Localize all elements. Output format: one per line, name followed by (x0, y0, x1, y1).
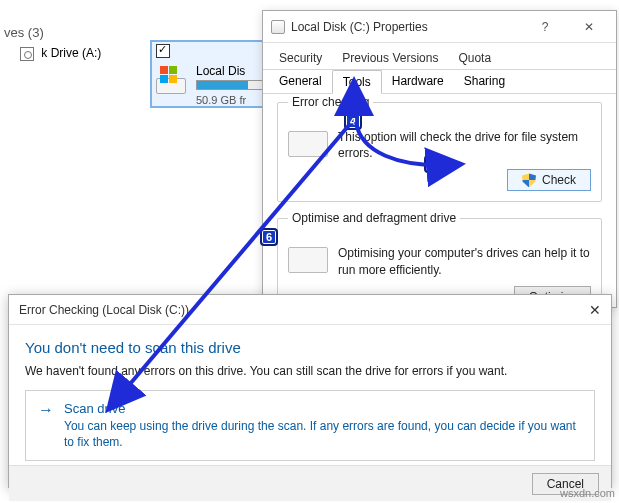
watermark: wsxdn.com (560, 487, 615, 499)
drive-tile-checkbox[interactable] (156, 44, 170, 58)
drive-icon (156, 66, 190, 94)
check-button[interactable]: Check (507, 169, 591, 191)
scan-drive-option[interactable]: → Scan drive You can keep using the driv… (25, 390, 595, 461)
tab-security[interactable]: Security (269, 47, 332, 69)
group-legend: Error checking (288, 95, 373, 109)
tab-tools[interactable]: Tools (332, 70, 382, 94)
disk-icon (288, 131, 328, 157)
optimise-text: Optimising your computer's drives can he… (338, 245, 591, 277)
tabs-row-1: Security Previous Versions Quota (263, 43, 616, 70)
sidebar-item-label: k Drive (A:) (41, 46, 101, 60)
tab-general[interactable]: General (269, 70, 332, 93)
shield-icon (522, 173, 536, 187)
disk-icon (288, 247, 328, 273)
dialog-heading: You don't need to scan this drive (25, 339, 595, 356)
group-legend: Optimise and defragment drive (288, 211, 460, 225)
properties-titlebar[interactable]: Local Disk (C:) Properties ? ✕ (263, 11, 616, 43)
drive-tile-title: Local Dis (196, 64, 245, 78)
floppy-drive-icon (20, 47, 34, 61)
close-icon[interactable]: ✕ (589, 295, 601, 325)
tab-quota[interactable]: Quota (448, 47, 501, 69)
dialog-title-text: Error Checking (Local Disk (C:)) (19, 295, 189, 325)
check-button-label: Check (542, 173, 576, 187)
tab-previous-versions[interactable]: Previous Versions (332, 47, 448, 69)
scan-drive-title: Scan drive (64, 401, 582, 416)
tab-sharing[interactable]: Sharing (454, 70, 515, 93)
properties-title-text: Local Disk (C:) Properties (291, 11, 428, 43)
drive-mini-icon (271, 20, 285, 34)
tabs-row-2: General Tools Hardware Sharing (263, 70, 616, 94)
arrow-right-icon: → (38, 403, 54, 417)
help-button[interactable]: ? (526, 15, 564, 39)
close-icon[interactable]: ✕ (570, 15, 608, 39)
drive-tile-local-disk[interactable]: Local Dis 50.9 GB fr (150, 40, 270, 108)
dialog-titlebar[interactable]: Error Checking (Local Disk (C:)) ✕ (9, 295, 611, 325)
dialog-footer: Cancel (9, 465, 611, 501)
error-checking-dialog: Error Checking (Local Disk (C:)) ✕ You d… (8, 294, 612, 488)
scan-drive-subtitle: You can keep using the drive during the … (64, 418, 582, 450)
group-error-checking: Error checking This option will check th… (277, 102, 602, 202)
callout-badge-4: 4 (344, 112, 362, 130)
dialog-text: We haven't found any errors on this driv… (25, 364, 595, 378)
sidebar-item-floppy[interactable]: k Drive (A:) (20, 46, 101, 61)
callout-badge-6: 6 (260, 228, 278, 246)
drives-group-label: ves (3) (4, 25, 44, 40)
dialog-body: You don't need to scan this drive We hav… (9, 325, 611, 465)
drive-tile-subtitle: 50.9 GB fr (196, 94, 246, 106)
error-check-text: This option will check the drive for fil… (338, 129, 591, 161)
tab-hardware[interactable]: Hardware (382, 70, 454, 93)
callout-badge-5: 5 (424, 155, 442, 173)
drive-usage-bar (196, 80, 264, 90)
